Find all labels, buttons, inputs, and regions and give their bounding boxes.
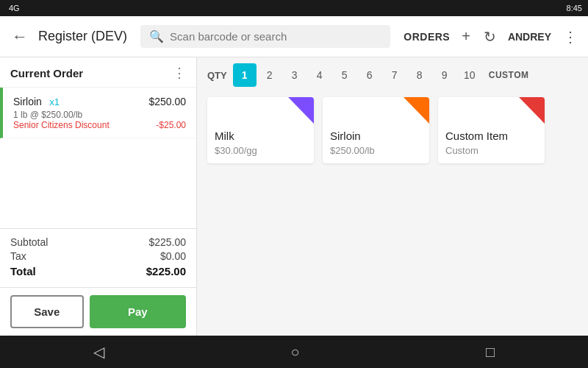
product-price-custom: Custom bbox=[438, 142, 545, 163]
qty-tab-9[interactable]: 9 bbox=[433, 63, 456, 87]
nav-home-button[interactable]: ○ bbox=[290, 344, 299, 361]
top-bar: ← Register (DEV) 🔍 ORDERS + ↻ ANDREY ⋮ bbox=[0, 16, 588, 57]
search-icon: 🔍 bbox=[149, 29, 164, 43]
order-items: Sirloin x1 $250.00 1 lb @ $250.00/lb Sen… bbox=[0, 88, 196, 228]
subtotal-row: Subtotal $225.00 bbox=[10, 236, 186, 248]
qty-tabs: QTY 1 2 3 4 5 6 7 8 9 10 CUSTOM bbox=[197, 57, 588, 91]
qty-tab-6[interactable]: 6 bbox=[358, 63, 381, 87]
qty-tab-4[interactable]: 4 bbox=[308, 63, 331, 87]
right-panel: QTY 1 2 3 4 5 6 7 8 9 10 CUSTOM bbox=[197, 57, 588, 336]
search-bar[interactable]: 🔍 bbox=[140, 25, 390, 48]
item-price: $250.00 bbox=[148, 96, 186, 107]
qty-tab-5[interactable]: 5 bbox=[333, 63, 356, 87]
back-button[interactable]: ← bbox=[9, 24, 31, 49]
item-qty: x1 bbox=[49, 96, 60, 107]
status-signal: 4G bbox=[9, 4, 20, 13]
left-panel: Current Order ⋮ Sirloin x1 $250.00 1 lb … bbox=[0, 57, 197, 336]
order-more-button[interactable]: ⋮ bbox=[173, 65, 186, 81]
qty-tab-1[interactable]: 1 bbox=[233, 63, 257, 87]
main-content: Current Order ⋮ Sirloin x1 $250.00 1 lb … bbox=[0, 57, 588, 336]
product-price-sirloin: $250.00/lb bbox=[323, 142, 429, 163]
item-discount: Senior Citizens Discount -$25.00 bbox=[13, 120, 186, 130]
nav-recent-button[interactable]: □ bbox=[486, 344, 495, 361]
order-title: Current Order bbox=[10, 67, 83, 79]
product-name-sirloin: Sirloin bbox=[323, 124, 429, 142]
order-header: Current Order ⋮ bbox=[0, 57, 196, 88]
product-name-custom: Custom Item bbox=[438, 124, 545, 142]
top-actions: ORDERS + ↻ ANDREY ⋮ bbox=[404, 26, 579, 47]
app-title: Register (DEV) bbox=[38, 29, 127, 44]
product-grid: Milk $30.00/gg Sirloin $250.00/lb bbox=[197, 91, 588, 169]
order-item[interactable]: Sirloin x1 $250.00 1 lb @ $250.00/lb Sen… bbox=[0, 88, 196, 138]
svg-marker-0 bbox=[288, 97, 314, 124]
qty-tab-custom[interactable]: CUSTOM bbox=[483, 63, 535, 87]
item-detail: 1 lb @ $250.00/lb bbox=[13, 110, 186, 120]
add-order-button[interactable]: + bbox=[460, 26, 472, 46]
tax-row: Tax $0.00 bbox=[10, 250, 186, 262]
svg-marker-1 bbox=[404, 97, 429, 124]
tax-value: $0.00 bbox=[160, 250, 186, 262]
qty-label: QTY bbox=[207, 70, 227, 81]
svg-marker-2 bbox=[519, 97, 545, 124]
qty-tab-8[interactable]: 8 bbox=[408, 63, 431, 87]
qty-tab-10[interactable]: 10 bbox=[458, 63, 481, 87]
tax-label: Tax bbox=[10, 250, 26, 262]
user-label: ANDREY bbox=[508, 31, 551, 43]
total-value: $225.00 bbox=[146, 265, 186, 277]
total-label: Total bbox=[10, 265, 36, 277]
save-button[interactable]: Save bbox=[10, 295, 84, 328]
product-card-milk[interactable]: Milk $30.00/gg bbox=[207, 97, 314, 163]
order-buttons: Save Pay bbox=[0, 287, 196, 336]
product-price-milk: $30.00/gg bbox=[207, 142, 314, 163]
orders-label: ORDERS bbox=[404, 31, 450, 43]
bottom-nav: ◁ ○ □ bbox=[0, 336, 588, 368]
item-name: Sirloin bbox=[13, 96, 42, 107]
status-time: 8:45 bbox=[567, 4, 582, 13]
nav-back-button[interactable]: ◁ bbox=[93, 343, 104, 361]
product-card-custom[interactable]: Custom Item Custom bbox=[438, 97, 545, 163]
subtotal-label: Subtotal bbox=[10, 236, 48, 248]
qty-tab-7[interactable]: 7 bbox=[383, 63, 406, 87]
more-menu-button[interactable]: ⋮ bbox=[562, 26, 579, 47]
search-input[interactable] bbox=[170, 30, 381, 43]
subtotal-value: $225.00 bbox=[148, 236, 186, 248]
qty-tab-3[interactable]: 3 bbox=[283, 63, 306, 87]
refresh-button[interactable]: ↻ bbox=[482, 26, 498, 47]
product-name-milk: Milk bbox=[207, 124, 314, 142]
grand-total-row: Total $225.00 bbox=[10, 265, 186, 277]
qty-tab-2[interactable]: 2 bbox=[258, 63, 282, 87]
product-card-sirloin[interactable]: Sirloin $250.00/lb bbox=[323, 97, 429, 163]
order-totals: Subtotal $225.00 Tax $0.00 Total $225.00 bbox=[0, 228, 196, 287]
pay-button[interactable]: Pay bbox=[90, 295, 186, 328]
